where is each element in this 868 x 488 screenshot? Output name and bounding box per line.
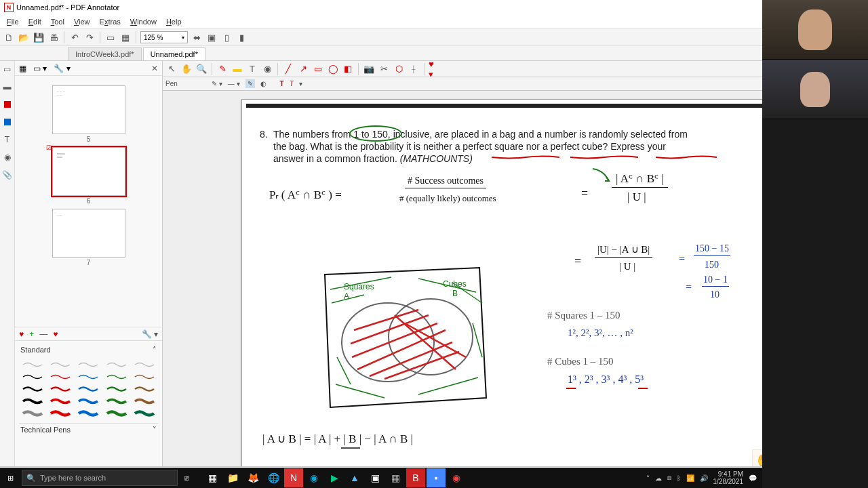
pen-red-tool-icon[interactable]	[2, 99, 13, 110]
expand-icon[interactable]: ˅	[153, 426, 157, 434]
menu-window[interactable]: Window	[126, 18, 161, 26]
thumbnail-5[interactable]: ··· ··· ······ ···	[52, 85, 125, 134]
tray-clock[interactable]: 9:41 PM1/28/2021	[713, 470, 744, 485]
textmore-icon[interactable]: ▾	[299, 80, 302, 87]
tab-unnamed[interactable]: Unnamed.pdf*	[143, 47, 205, 60]
arrow-icon[interactable]: ↗	[297, 63, 309, 75]
tb-app9-icon[interactable]: ▦	[386, 468, 405, 487]
tb-explorer-icon[interactable]: 📁	[223, 468, 242, 487]
eraser-icon[interactable]: ◧	[342, 63, 354, 75]
measure-icon[interactable]: ⟊	[408, 63, 420, 75]
thumbnail-6[interactable]: ☑▭▭▭▭▭	[52, 147, 125, 196]
tray-bt-icon[interactable]: ᛒ	[677, 474, 681, 482]
textitalic-icon[interactable]: T	[290, 80, 294, 87]
pen-swatch[interactable]	[104, 396, 128, 405]
menu-file[interactable]: File	[3, 18, 23, 26]
camera-icon[interactable]: 📷	[363, 63, 375, 75]
tray-vol-icon[interactable]: 🔊	[700, 474, 708, 482]
annot-tool-icon[interactable]: ▬	[2, 81, 13, 92]
pen-swatch[interactable]	[48, 359, 72, 369]
tray-dropbox-icon[interactable]: ⧈	[667, 474, 671, 482]
ellipse-icon[interactable]: ◯	[327, 63, 339, 75]
stamp2-icon[interactable]: ◉	[261, 63, 273, 75]
pen-icon[interactable]: ✎	[216, 63, 229, 75]
fit-page-icon[interactable]: ▣	[205, 31, 218, 43]
taskbar-search[interactable]: 🔍 Type here to search	[22, 470, 178, 486]
crop-icon[interactable]: ✂	[378, 63, 390, 75]
fav-heart-icon[interactable]: ♥	[19, 329, 24, 339]
zoom-combo[interactable]: 125 %	[140, 31, 188, 43]
webcam-participant-2[interactable]	[762, 60, 868, 119]
rect-icon[interactable]: ▭	[312, 63, 324, 75]
lasso-icon[interactable]: ⬡	[393, 63, 405, 75]
new-icon[interactable]: 🗋	[3, 31, 15, 43]
collapse-icon[interactable]: ˄	[153, 346, 157, 354]
fit-width-icon[interactable]: ⬌	[191, 31, 203, 43]
panel-page-icon[interactable]: ▭ ▾	[33, 64, 47, 73]
pen-swatch[interactable]	[77, 396, 100, 405]
tb-edge-icon[interactable]: ◉	[304, 468, 323, 487]
menu-edit[interactable]: Edit	[24, 18, 45, 26]
menu-help[interactable]: Help	[162, 18, 186, 26]
pen-blue-tool-icon[interactable]	[2, 117, 13, 127]
select-icon[interactable]: ↖	[165, 63, 178, 75]
textcolor-icon[interactable]: T	[280, 80, 284, 87]
marker-icon[interactable]: ▬	[231, 63, 243, 75]
style-header[interactable]: Standard	[20, 346, 51, 354]
undo-icon[interactable]: ↶	[68, 31, 81, 43]
open-icon[interactable]: 📂	[18, 31, 30, 43]
penstyle-icon[interactable]: — ▾	[228, 80, 240, 87]
style-footer[interactable]: Technical Pens	[20, 426, 71, 434]
fav-wrench-icon[interactable]: 🔧 ▾	[142, 329, 158, 339]
tray-cloud-icon[interactable]: ☁	[655, 474, 662, 482]
text-icon[interactable]: T	[246, 63, 258, 75]
thumbnail-7[interactable]: ··· ···	[52, 209, 125, 258]
start-button[interactable]: ⊞	[0, 468, 20, 488]
pen-swatch[interactable]	[77, 359, 100, 369]
fav-heart2-icon[interactable]: ♥	[53, 329, 58, 339]
tb-app7-icon[interactable]: ▲	[345, 468, 364, 487]
pen-swatch[interactable]	[20, 371, 44, 381]
tb-pdfannot-icon[interactable]: N	[284, 468, 303, 487]
opacity-icon[interactable]: ◐	[260, 80, 267, 87]
tray-notif-icon[interactable]: 💬	[749, 474, 757, 482]
pen-swatch[interactable]	[104, 408, 128, 418]
tb-zoom-icon[interactable]: ▪	[427, 468, 446, 487]
pen-swatch[interactable]	[133, 396, 157, 405]
pen-swatch[interactable]	[77, 384, 100, 393]
page-icon[interactable]: ▭	[104, 31, 117, 43]
tb-app12-icon[interactable]: ◉	[447, 468, 466, 487]
menu-view[interactable]: View	[70, 18, 94, 26]
pen-swatch[interactable]	[104, 359, 128, 369]
webcam-participant-1[interactable]	[762, 0, 868, 60]
thumbnail-list[interactable]: ··· ··· ······ ··· 5 ☑▭▭▭▭▭ 6 ··· ··· 7	[15, 76, 162, 327]
pen-swatch[interactable]	[77, 371, 100, 381]
task-view-icon[interactable]: ⎚	[178, 474, 196, 482]
pen-swatch[interactable]	[48, 384, 72, 393]
pen-swatch[interactable]	[104, 371, 128, 381]
document-viewport[interactable]: 8. The numbers from 1 to 150, inclusive,…	[163, 91, 857, 466]
tb-app1-icon[interactable]: ▦	[203, 468, 222, 487]
pen-swatch[interactable]	[20, 396, 44, 405]
save-icon[interactable]: 💾	[33, 31, 45, 43]
pages-icon[interactable]: ▦	[119, 31, 132, 43]
penwidth-icon[interactable]: ✎ ▾	[212, 80, 222, 87]
menu-extras[interactable]: Extras	[96, 18, 125, 26]
pointer-tool-icon[interactable]: ▭	[2, 64, 13, 75]
panel-close-icon[interactable]: ✕	[151, 64, 158, 73]
pen-swatch[interactable]	[133, 408, 157, 418]
fav-remove-icon[interactable]: —	[39, 329, 47, 339]
text-tool-icon[interactable]: T	[2, 134, 13, 145]
line-icon[interactable]: ╱	[282, 63, 294, 75]
tb-app8-icon[interactable]: ▣	[366, 468, 384, 487]
print-icon[interactable]: 🖶	[47, 31, 60, 43]
hand-icon[interactable]: ✋	[180, 63, 193, 75]
pen-swatch[interactable]	[48, 371, 72, 381]
fav-add-icon[interactable]: +	[29, 329, 34, 339]
redo-icon[interactable]: ↷	[83, 31, 96, 43]
tray-up-icon[interactable]: ˄	[646, 474, 650, 482]
tb-app6-icon[interactable]: ▶	[325, 468, 344, 487]
heart-icon[interactable]: ♥ ▾	[429, 63, 441, 75]
tb-app10-icon[interactable]: B	[406, 468, 425, 487]
stamp-tool-icon[interactable]: ◉	[2, 152, 13, 163]
